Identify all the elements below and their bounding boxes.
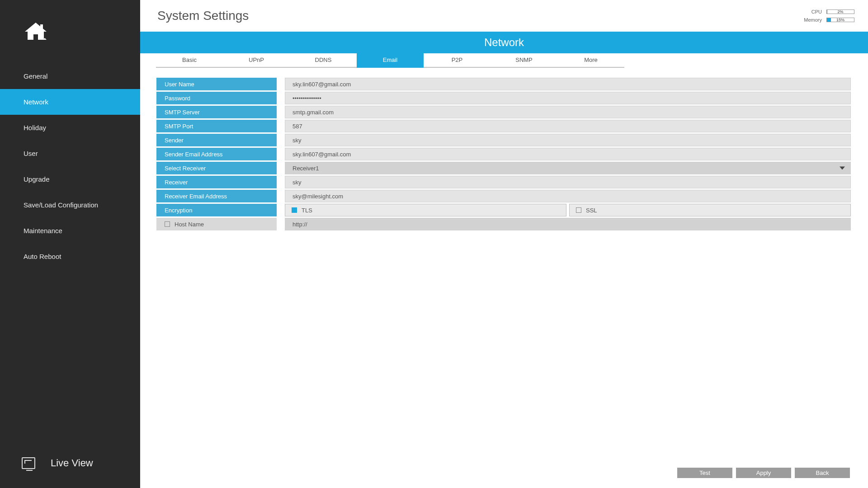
tls-checkbox[interactable] [292, 207, 297, 213]
sidebar-item-label: Auto Reboot [24, 253, 61, 260]
system-stats: CPU 2% Memory 15% [804, 9, 854, 23]
tab-snmp[interactable]: SNMP [491, 53, 557, 68]
sidebar-item-label: Save/Load Configuration [24, 201, 98, 209]
label-sender-email: Sender Email Address [156, 148, 277, 160]
host-name-text: Host Name [175, 221, 204, 228]
label-host-name[interactable]: Host Name [156, 218, 277, 230]
receiver-input[interactable] [292, 179, 843, 186]
tab-p2p[interactable]: P2P [424, 53, 491, 68]
label-receiver-email: Receiver Email Address [156, 190, 277, 202]
chevron-down-icon [840, 167, 845, 170]
select-receiver-value: Receiver1 [292, 165, 319, 172]
sidebar-item-label: General [24, 72, 47, 80]
live-view-label: Live View [51, 457, 93, 469]
svg-rect-1 [40, 24, 43, 29]
label-password: Password [156, 92, 277, 104]
receiver-email-input[interactable] [292, 193, 843, 200]
label-select-receiver: Select Receiver [156, 162, 277, 174]
tab-more[interactable]: More [557, 53, 624, 68]
field-password[interactable] [285, 92, 851, 104]
svg-marker-0 [25, 23, 47, 40]
password-input[interactable] [292, 95, 843, 102]
sidebar-item-label: Maintenance [24, 227, 62, 235]
monitor-icon [22, 457, 35, 469]
field-sender[interactable] [285, 134, 851, 146]
field-receiver[interactable] [285, 176, 851, 188]
page-title: System Settings [157, 9, 249, 23]
sender-email-input[interactable] [292, 151, 843, 158]
tab-ddns[interactable]: DDNS [290, 53, 357, 68]
field-smtp-server[interactable] [285, 106, 851, 118]
tab-upnp[interactable]: UPnP [223, 53, 290, 68]
tab-basic[interactable]: Basic [156, 53, 223, 68]
email-form: User Name Password SMTP Server SMTP Port… [140, 68, 868, 232]
sidebar-item-label: Upgrade [24, 175, 50, 183]
sidebar-item-upgrade[interactable]: Upgrade [0, 166, 140, 192]
back-button[interactable]: Back [795, 468, 850, 478]
memory-label: Memory [804, 17, 822, 23]
label-encryption: Encryption [156, 204, 277, 216]
sidebar-item-holiday[interactable]: Holiday [0, 115, 140, 141]
cpu-label: CPU [811, 9, 822, 14]
apply-button[interactable]: Apply [736, 468, 791, 478]
label-smtp-server: SMTP Server [156, 106, 277, 118]
sidebar-item-label: Holiday [24, 124, 46, 131]
encryption-tls[interactable]: TLS [285, 204, 566, 216]
section-banner: Network [140, 32, 868, 53]
label-sender: Sender [156, 134, 277, 146]
field-receiver-email[interactable] [285, 190, 851, 202]
smtp-server-input[interactable] [292, 109, 843, 116]
tab-email[interactable]: Email [357, 53, 424, 68]
encryption-ssl[interactable]: SSL [569, 204, 851, 216]
sidebar-item-saveload[interactable]: Save/Load Configuration [0, 192, 140, 218]
label-receiver: Receiver [156, 176, 277, 188]
sidebar-item-label: Network [24, 98, 48, 106]
live-view-button[interactable]: Live View [0, 438, 140, 488]
sidebar: General Network Holiday User Upgrade Sav… [0, 0, 140, 488]
cpu-bar: 2% [826, 9, 854, 14]
field-select-receiver[interactable]: Receiver1 [285, 162, 851, 174]
test-button[interactable]: Test [677, 468, 732, 478]
sender-input[interactable] [292, 137, 843, 144]
host-name-input[interactable] [292, 221, 843, 228]
ssl-checkbox[interactable] [576, 207, 581, 213]
sidebar-item-general[interactable]: General [0, 63, 140, 89]
sidebar-item-autoreboot[interactable]: Auto Reboot [0, 244, 140, 269]
main-content: System Settings CPU 2% Memory 15% Networ… [140, 0, 868, 488]
user-name-input[interactable] [292, 81, 843, 88]
host-name-checkbox[interactable] [165, 221, 170, 227]
field-sender-email[interactable] [285, 148, 851, 160]
smtp-port-input[interactable] [292, 123, 843, 130]
sidebar-item-label: User [24, 150, 38, 157]
ssl-label: SSL [586, 207, 597, 214]
tab-bar: Basic UPnP DDNS Email P2P SNMP More [140, 53, 868, 68]
home-icon[interactable] [25, 23, 47, 41]
field-smtp-port[interactable] [285, 120, 851, 132]
sidebar-item-maintenance[interactable]: Maintenance [0, 218, 140, 244]
sidebar-item-network[interactable]: Network [0, 89, 140, 115]
field-host-name[interactable] [285, 218, 851, 230]
label-smtp-port: SMTP Port [156, 120, 277, 132]
sidebar-item-user[interactable]: User [0, 141, 140, 166]
field-user-name[interactable] [285, 78, 851, 90]
memory-bar: 15% [826, 18, 854, 22]
label-user-name: User Name [156, 78, 277, 90]
tls-label: TLS [302, 207, 312, 214]
